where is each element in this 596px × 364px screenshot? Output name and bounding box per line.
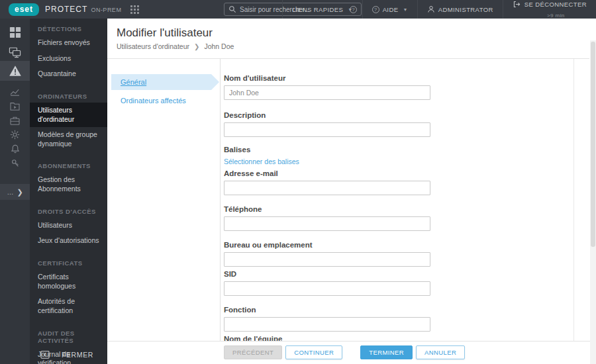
continue-button[interactable]: CONTINUER	[285, 345, 342, 359]
quick-links-menu[interactable]: LIENS RAPIDES ▼	[282, 0, 362, 19]
field-label: Téléphone	[224, 205, 430, 213]
fonction-input[interactable]	[224, 317, 430, 332]
sidebar-item-gestion-abonnements[interactable]: Gestion des Abonnements	[30, 172, 107, 197]
chevron-down-icon: ▼	[403, 7, 407, 12]
sid-input[interactable]	[224, 281, 430, 296]
tasks-folder-icon[interactable]	[0, 99, 30, 113]
breadcrumb-parent[interactable]: Utilisateurs d'ordinateur	[117, 42, 189, 50]
main-content: Modifier l'utilisateur Utilisateurs d'or…	[107, 19, 596, 364]
help-icon: ?	[372, 6, 379, 13]
help-menu[interactable]: ? AIDE ▼	[362, 0, 417, 19]
collapse-label: FERMER	[62, 351, 93, 359]
rail-expand-button[interactable]: … ❯	[0, 184, 30, 200]
tab-column-divider	[220, 59, 221, 364]
description-input[interactable]	[224, 122, 430, 137]
logout-button[interactable]: SE DÉCONNECTER >9 min	[503, 0, 596, 19]
breadcrumb: Utilisateurs d'ordinateur ❯ John Doe	[117, 42, 234, 50]
field-telephone: Téléphone	[224, 205, 430, 231]
ellipsis-icon: …	[7, 189, 14, 196]
tab-general[interactable]: Général	[111, 74, 219, 90]
field-label: Description	[224, 111, 430, 119]
scrollbar-thumb[interactable]	[591, 42, 595, 247]
finish-button[interactable]: TERMINER	[360, 345, 413, 359]
collapse-icon	[40, 351, 50, 359]
previous-button[interactable]: PRÉCÉDENT	[224, 345, 282, 359]
computers-icon[interactable]	[0, 44, 30, 61]
apps-grid-icon[interactable]	[130, 5, 139, 14]
email-input[interactable]	[224, 181, 430, 195]
section-header-audit: AUDIT DES ACTIVITÉS	[30, 330, 107, 344]
sidebar-item-quarantaine[interactable]: Quarantaine	[30, 66, 107, 82]
form-panel-border	[573, 59, 574, 341]
bureau-input[interactable]	[224, 252, 430, 267]
field-label: Adresse e-mail	[224, 169, 430, 177]
collapse-sidebar-button[interactable]: FERMER	[30, 351, 107, 359]
sidebar-item-utilisateurs-ordinateur[interactable]: Utilisateurs d'ordinateur	[30, 103, 107, 127]
sidebar-item-certificats-homologues[interactable]: Certificats homologues	[30, 269, 107, 294]
field-nom-utilisateur: Nom d'utilisateur	[224, 74, 430, 100]
policies-gear-icon[interactable]	[0, 128, 30, 141]
product-name: PROTECT	[45, 5, 87, 14]
tab-general-label: Général	[121, 78, 146, 86]
logout-label: SE DÉCONNECTER	[524, 1, 587, 8]
sidebar-item-modeles-groupe-dynamique[interactable]: Modèles de groupe dynamique	[30, 127, 107, 152]
select-tags-link[interactable]: Sélectionner des balises	[224, 158, 299, 165]
sidebar-item-fichiers-envoyes[interactable]: Fichiers envoyés	[30, 35, 107, 51]
telephone-input[interactable]	[224, 216, 430, 231]
chevron-right-icon: ❯	[17, 188, 23, 197]
field-label: Nom d'utilisateur	[224, 74, 430, 82]
breadcrumb-separator-icon: ❯	[194, 43, 199, 50]
chevron-down-icon: ▼	[348, 7, 352, 12]
help-label: AIDE	[383, 6, 399, 13]
product-edition: ON-PREM	[91, 7, 121, 13]
dashboard-icon[interactable]	[0, 24, 30, 41]
section-header-ordinateurs: ORDINATEURS	[30, 93, 107, 100]
user-icon	[427, 5, 435, 13]
tab-ordinateurs-affectes[interactable]: Ordinateurs affectés	[121, 97, 186, 105]
field-label: Balises	[224, 146, 430, 154]
top-bar: eset PROTECT ON-PREM ? LIENS RAPIDES ▼ ?…	[0, 0, 596, 19]
quick-links-label: LIENS RAPIDES	[292, 6, 343, 13]
user-label: ADMINISTRATOR	[438, 6, 493, 13]
reports-icon[interactable]	[0, 85, 30, 98]
section-header-droits-acces: DROITS D'ACCÈS	[30, 208, 107, 215]
user-menu[interactable]: ADMINISTRATOR	[417, 0, 503, 19]
field-label: SID	[224, 270, 430, 278]
notifications-bell-icon[interactable]	[0, 142, 30, 156]
license-key-icon[interactable]	[0, 157, 30, 170]
sidebar-item-exclusions[interactable]: Exclusions	[30, 51, 107, 67]
logout-icon	[513, 0, 521, 9]
field-bureau-emplacement: Bureau ou emplacement	[224, 241, 430, 267]
field-description: Description	[224, 111, 430, 137]
cancel-button[interactable]: ANNULER	[416, 345, 465, 359]
eset-protect-window: eset PROTECT ON-PREM ? LIENS RAPIDES ▼ ?…	[0, 0, 596, 364]
search-icon	[228, 5, 236, 13]
vertical-scrollbar[interactable]	[590, 40, 596, 364]
field-label: Fonction	[224, 306, 430, 314]
detections-icon[interactable]	[0, 61, 30, 81]
icon-rail: … ❯	[0, 19, 30, 364]
field-adresse-email: Adresse e-mail	[224, 169, 430, 195]
sidebar-item-autorites-certification[interactable]: Autorités de certification	[30, 294, 107, 318]
section-header-detections: DÉTECTIONS	[30, 25, 107, 32]
sidebar-menu: DÉTECTIONS Fichiers envoyés Exclusions Q…	[30, 19, 107, 364]
field-balises: Balises Sélectionner des balises	[224, 146, 430, 167]
field-label: Bureau ou emplacement	[224, 241, 430, 249]
page-title: Modifier l'utilisateur	[117, 26, 213, 40]
section-header-abonnements: ABONNEMENTS	[30, 162, 107, 169]
installers-briefcase-icon[interactable]	[0, 114, 30, 127]
nom-utilisateur-input[interactable]	[224, 85, 430, 100]
logout-timer: >9 min	[547, 13, 565, 19]
field-fonction: Fonction	[224, 306, 430, 332]
sidebar-item-utilisateurs[interactable]: Utilisateurs	[30, 218, 107, 234]
eset-logo: eset	[9, 3, 39, 16]
wizard-footer: PRÉCÉDENT CONTINUER TERMINER ANNULER	[107, 341, 596, 364]
breadcrumb-current: John Doe	[204, 42, 234, 50]
field-sid: SID	[224, 270, 430, 296]
sidebar-item-jeux-autorisations[interactable]: Jeux d'autorisations	[30, 233, 107, 249]
section-header-certificats: CERTIFICATS	[30, 259, 107, 267]
header-divider	[107, 58, 589, 59]
